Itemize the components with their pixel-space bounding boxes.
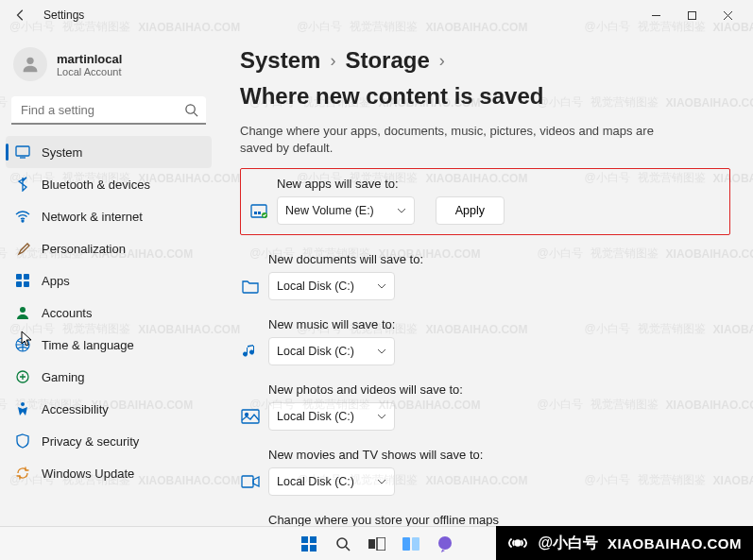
wifi-icon [15, 209, 30, 224]
sidebar-item-label: Time & language [42, 338, 134, 352]
search-icon [184, 103, 198, 121]
sidebar-item-label: Privacy & security [42, 434, 139, 449]
maximize-button[interactable] [674, 2, 710, 28]
sidebar-item-privacy[interactable]: Privacy & security [6, 425, 212, 457]
svg-rect-33 [412, 537, 419, 551]
svg-point-2 [26, 58, 33, 64]
documents-icon [240, 276, 261, 297]
apps-location-dropdown[interactable]: New Volume (E:) [277, 196, 415, 225]
setting-group-documents: New documents will save to: Local Disk (… [240, 252, 730, 300]
breadcrumb-system[interactable]: System [240, 47, 320, 74]
svg-rect-18 [258, 212, 261, 214]
dropdown-value: New Volume (E:) [285, 204, 374, 217]
svg-rect-30 [368, 539, 375, 549]
svg-rect-11 [24, 281, 29, 287]
apply-button[interactable]: Apply [436, 196, 505, 225]
svg-rect-32 [402, 537, 410, 551]
back-button[interactable] [8, 2, 34, 28]
sidebar-item-label: Network & internet [42, 210, 143, 224]
close-button[interactable] [710, 2, 745, 28]
search-input[interactable] [11, 96, 206, 125]
chevron-down-icon [377, 283, 386, 289]
bluetooth-icon [15, 177, 30, 192]
setting-group-photos: New photos and videos will save to: Loca… [240, 382, 730, 431]
svg-point-12 [20, 307, 26, 313]
chevron-down-icon [397, 208, 406, 213]
user-account-type: Local Account [57, 66, 122, 77]
svg-rect-17 [254, 212, 257, 214]
shield-icon [15, 433, 30, 449]
music-icon [240, 341, 261, 362]
task-view-icon[interactable] [367, 534, 387, 554]
watermark-en: XIAOBAIHAO.COM [608, 535, 742, 552]
svg-point-21 [246, 414, 248, 416]
user-account-block[interactable]: martinlocal Local Account [6, 38, 212, 96]
window-title: Settings [43, 8, 84, 22]
sidebar-item-windows-update[interactable]: Windows Update [6, 457, 212, 489]
main-content: System › Storage › Where new content is … [217, 30, 753, 560]
svg-point-15 [21, 402, 25, 406]
sidebar-item-apps[interactable]: Apps [6, 264, 212, 297]
globe-icon [15, 337, 30, 352]
apps-icon [15, 273, 30, 288]
sidebar-item-label: Windows Update [42, 467, 134, 481]
dropdown-value: Local Disk (C:) [277, 345, 354, 358]
sidebar-item-label: Accounts [42, 306, 92, 320]
sidebar-item-accounts[interactable]: Accounts [6, 297, 212, 329]
music-location-dropdown[interactable]: Local Disk (C:) [268, 337, 395, 365]
sidebar-item-time-language[interactable]: Time & language [6, 329, 212, 361]
nav-list: System Bluetooth & devices Network & int… [6, 136, 212, 489]
sidebar-item-network[interactable]: Network & internet [6, 200, 212, 232]
svg-line-29 [346, 547, 350, 551]
sidebar-item-accessibility[interactable]: Accessibility [6, 393, 212, 425]
chevron-right-icon: › [439, 51, 445, 71]
chat-icon[interactable] [435, 534, 455, 554]
setting-group-movies: New movies and TV shows will save to: Lo… [240, 448, 730, 496]
chevron-right-icon: › [330, 51, 335, 71]
sidebar-item-label: Accessibility [42, 402, 109, 416]
sidebar-item-label: Apps [42, 274, 70, 288]
user-name: martinlocal [57, 52, 122, 66]
sidebar-item-gaming[interactable]: Gaming [6, 361, 212, 393]
svg-rect-25 [310, 536, 317, 543]
person-icon [15, 305, 30, 320]
sidebar-item-label: Bluetooth & devices [42, 178, 150, 192]
sidebar-item-bluetooth[interactable]: Bluetooth & devices [6, 168, 212, 200]
chevron-down-icon [377, 414, 386, 419]
gaming-icon [15, 369, 30, 384]
documents-location-dropdown[interactable]: Local Disk (C:) [268, 272, 395, 300]
start-button[interactable] [299, 534, 319, 554]
svg-rect-31 [377, 537, 385, 551]
sidebar-item-system[interactable]: System [6, 136, 212, 168]
breadcrumb-storage[interactable]: Storage [345, 47, 429, 74]
svg-rect-24 [301, 536, 308, 543]
watermark-banner: @小白号 XIAOBAIHAO.COM [496, 526, 753, 560]
dropdown-value: Local Disk (C:) [277, 475, 354, 488]
svg-rect-26 [301, 545, 308, 552]
svg-point-3 [186, 105, 195, 113]
minimize-button[interactable] [638, 2, 674, 28]
setting-group-apps: New apps will save to: New Volume (E:) A… [240, 168, 730, 235]
svg-rect-8 [16, 274, 22, 280]
svg-line-4 [194, 112, 197, 116]
avatar [13, 47, 47, 81]
svg-rect-5 [16, 146, 29, 156]
sidebar-item-label: Gaming [42, 370, 85, 384]
watermark-ch: @小白号 [538, 534, 598, 553]
taskbar-search-icon[interactable] [333, 534, 353, 554]
system-icon [15, 144, 30, 160]
movies-location-dropdown[interactable]: Local Disk (C:) [268, 467, 395, 496]
photos-location-dropdown[interactable]: Local Disk (C:) [268, 402, 395, 431]
chevron-down-icon [377, 348, 386, 354]
breadcrumb: System › Storage › Where new content is … [240, 47, 730, 110]
accessibility-icon [15, 401, 30, 416]
svg-point-7 [22, 220, 24, 222]
sidebar: martinlocal Local Account System Bluetoo… [0, 30, 217, 560]
svg-rect-10 [16, 281, 22, 287]
breadcrumb-current: Where new content is saved [240, 83, 543, 110]
photos-icon [240, 406, 261, 427]
brush-icon [15, 241, 30, 256]
widgets-icon[interactable] [401, 534, 421, 554]
sidebar-item-personalization[interactable]: Personalization [6, 232, 212, 264]
video-icon [240, 471, 261, 492]
